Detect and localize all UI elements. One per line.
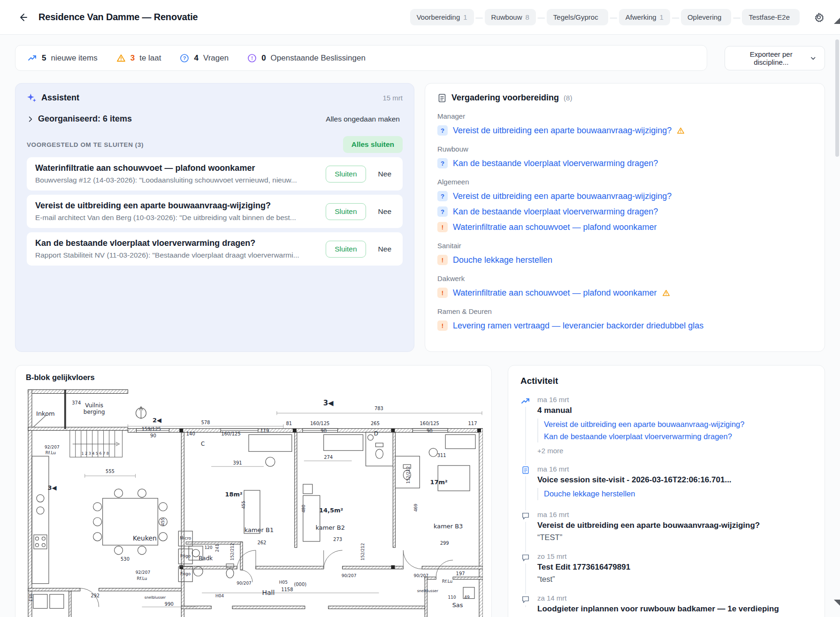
more-button[interactable]: +2 more bbox=[537, 447, 563, 455]
floorplan-label: Vuilnis bbox=[85, 402, 103, 409]
decision-circle-icon: ! bbox=[247, 53, 257, 63]
back-button[interactable] bbox=[14, 11, 32, 23]
activity-card: Activiteit ma 16 mrt 4 manual Vereist de… bbox=[508, 365, 825, 617]
floorplan-label: C bbox=[201, 441, 205, 447]
suggestion-row: Kan de bestaande vloerplaat vloerverwarm… bbox=[27, 232, 403, 266]
stat-questions: ? 4 Vragen bbox=[180, 53, 229, 63]
floorplan-label: 49 bbox=[464, 595, 470, 600]
close-button[interactable]: Sluiten bbox=[326, 241, 366, 258]
tab-oplevering[interactable]: Oplevering bbox=[681, 9, 732, 25]
chevron-right-icon bbox=[27, 115, 34, 123]
activity-title: Activiteit bbox=[520, 376, 812, 386]
assistant-group-toggle[interactable]: Georganiseerd: 6 items Alles ongedaan ma… bbox=[27, 114, 403, 124]
warning-triangle-icon bbox=[116, 53, 126, 63]
stat-new-items: 5 nieuwe items bbox=[28, 53, 98, 63]
floorplan-walls bbox=[28, 390, 483, 617]
meeting-item[interactable]: ! Waterinfiltratie aan schouwvoet — plaf… bbox=[437, 288, 812, 298]
activity-link[interactable]: Douche lekkage herstellen bbox=[544, 488, 732, 500]
settings-button[interactable] bbox=[812, 10, 826, 24]
meeting-item[interactable]: ! Douche lekkage herstellen bbox=[437, 255, 812, 265]
floorplan-label: 265 bbox=[371, 421, 380, 426]
meeting-item[interactable]: ? Kan de bestaande vloerplaat vloerverwa… bbox=[437, 158, 812, 168]
floorplan-label: Frigo bbox=[180, 571, 191, 576]
exclaim-badge-icon: ! bbox=[437, 255, 448, 265]
scrollbar-top-arrow[interactable] bbox=[834, 18, 840, 24]
bottom-panels: B-blok gelijkvloers bbox=[15, 365, 825, 617]
floorplan-label: 530 bbox=[121, 556, 130, 562]
floorplan-label: kamer B2 bbox=[315, 524, 344, 531]
svg-text:?: ? bbox=[183, 55, 186, 61]
question-badge-icon: ? bbox=[437, 206, 448, 217]
meeting-item[interactable]: ? Vereist de uitbreiding een aparte bouw… bbox=[437, 125, 812, 136]
floorplan-label: Rf.Lu bbox=[442, 579, 452, 584]
export-per-discipline-button[interactable]: Exporteer per discipline... bbox=[725, 46, 825, 70]
no-button[interactable]: Nee bbox=[375, 169, 394, 179]
comment-quote: “TEST” bbox=[537, 533, 760, 542]
floorplan-label: Rf.Lu bbox=[137, 576, 147, 581]
floorplan-label: kamer B3 bbox=[434, 523, 463, 530]
activity-link[interactable]: Vereist de uitbreiding een aparte bouwaa… bbox=[544, 419, 744, 431]
floorplan-label: 90 bbox=[150, 433, 156, 438]
undo-all-button[interactable]: Alles ongedaan maken bbox=[323, 114, 403, 124]
floorplan-label: 241 bbox=[215, 544, 220, 552]
floorplan-label: 299 bbox=[440, 541, 449, 546]
meeting-item[interactable]: ! Waterinfiltratie aan schouwvoet — plaf… bbox=[437, 222, 812, 232]
floorplan-label: 160/125 bbox=[310, 421, 329, 426]
suggested-to-close-label: VOORGESTELD OM TE SLUITEN (3) bbox=[27, 141, 144, 148]
floorplan-label: 783 bbox=[374, 406, 383, 411]
stats-card: 5 nieuwe items 3 te laat ? 4 Vragen ! bbox=[15, 45, 707, 71]
tab-tegels-gyproc[interactable]: Tegels/Gyproc bbox=[547, 9, 608, 25]
phase-separator: — bbox=[608, 13, 619, 21]
meeting-item[interactable]: ? Vereist de uitbreiding een aparte bouw… bbox=[437, 191, 812, 201]
floorplan-label: 311 bbox=[437, 453, 446, 458]
tab-testfase-e2e[interactable]: Testfase-E2e bbox=[742, 9, 800, 25]
scrollbar-thumb[interactable] bbox=[835, 39, 839, 157]
floorplan-label: 3◀ bbox=[323, 399, 334, 407]
floorplan-label: 1 2 3 4 5 6 7 8 bbox=[82, 451, 109, 456]
floorplan-thin-walls bbox=[64, 390, 66, 429]
no-button[interactable]: Nee bbox=[375, 244, 394, 254]
activity-timeline: ma 16 mrt 4 manual Vereist de uitbreidin… bbox=[520, 396, 812, 614]
tab-afwerking[interactable]: Afwerking1 bbox=[619, 9, 670, 25]
floorplan-label: D bbox=[374, 430, 378, 437]
close-all-button[interactable]: Alles sluiten bbox=[343, 136, 403, 153]
comment-icon bbox=[521, 595, 530, 603]
floorplan-label: berging bbox=[84, 409, 105, 415]
floorplan-label: 130 bbox=[29, 594, 33, 602]
floorplan-label: 1158 bbox=[281, 587, 293, 592]
floorplan-label: 90/207 bbox=[413, 573, 428, 578]
group-label-ruwbouw: Ruwbouw bbox=[437, 145, 812, 153]
floorplan-label: 14,5m² bbox=[319, 507, 343, 514]
floorplan-furniture bbox=[32, 406, 475, 608]
floorplan-label: 262 bbox=[257, 540, 266, 545]
floorplan-label: 160/125 bbox=[420, 421, 439, 426]
svg-text:!: ! bbox=[251, 55, 253, 61]
phase-separator: — bbox=[536, 13, 547, 21]
floorplan-label: H05 bbox=[279, 580, 288, 585]
meeting-item[interactable]: ? Kan de bestaande vloerplaat vloerverwa… bbox=[437, 206, 812, 217]
no-button[interactable]: Nee bbox=[375, 207, 394, 216]
floorplan-label: 374 bbox=[72, 400, 81, 405]
exclaim-badge-icon: ! bbox=[437, 320, 448, 331]
scrollbar-bottom-arrow[interactable] bbox=[834, 600, 840, 606]
close-button[interactable]: Sluiten bbox=[326, 166, 366, 183]
stats-row: 5 nieuwe items 3 te laat ? 4 Vragen ! bbox=[15, 45, 825, 71]
comment-icon bbox=[521, 553, 530, 562]
tab-ruwbouw[interactable]: Ruwbouw8 bbox=[485, 9, 536, 25]
activity-link[interactable]: Kan de bestaande vloerplaat vloerverwarm… bbox=[544, 431, 744, 443]
comment-icon bbox=[521, 511, 530, 520]
floorplan-label: 273 bbox=[333, 537, 342, 542]
group-label-algemeen: Algemeen bbox=[437, 178, 812, 186]
floorplan-label: Sas bbox=[452, 602, 463, 609]
group-label-dakwerk: Dakwerk bbox=[437, 274, 812, 282]
meeting-item[interactable]: ! Levering ramen vertraagd — leverancier… bbox=[437, 320, 812, 331]
floorplan-card[interactable]: B-blok gelijkvloers bbox=[15, 365, 492, 617]
tab-voorbereiding[interactable]: Voorbereiding1 bbox=[410, 9, 474, 25]
arrow-left-icon bbox=[18, 12, 28, 23]
close-button[interactable]: Sluiten bbox=[326, 203, 366, 220]
suggestion-row: Waterinfiltratie aan schouwvoet — plafon… bbox=[27, 157, 403, 190]
floorplan-label: 152/212 bbox=[230, 543, 235, 560]
stat-open-decisions: ! 0 Openstaande Beslissingen bbox=[247, 53, 366, 63]
floorplan-label: 92/207 bbox=[136, 570, 151, 575]
question-badge-icon: ? bbox=[437, 191, 448, 201]
